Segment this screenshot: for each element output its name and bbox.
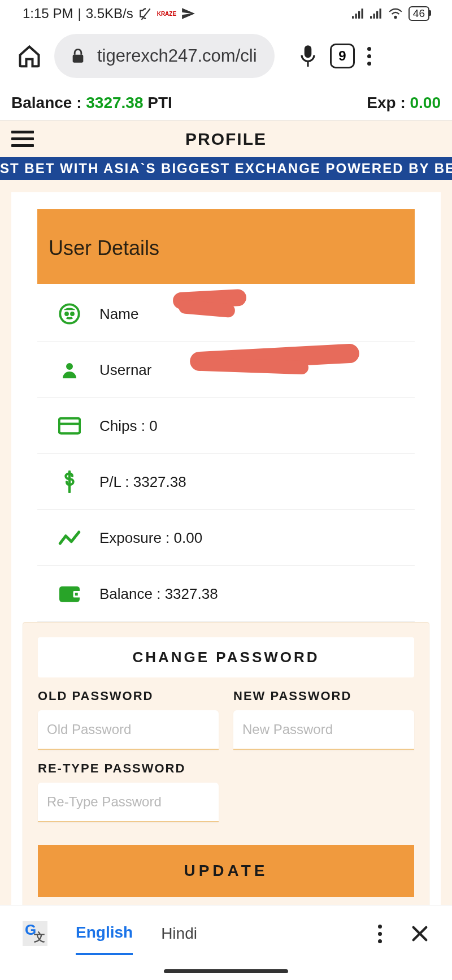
net-speed: 3.5KB/s [86, 6, 133, 21]
svg-rect-5 [370, 16, 372, 18]
page-title: PROFILE [0, 129, 452, 149]
status-left: 1:15 PM | 3.5KB/s KRAZE [23, 6, 195, 21]
status-bar: 1:15 PM | 3.5KB/s KRAZE 46 [0, 0, 452, 26]
trend-icon [56, 525, 82, 551]
svg-rect-22 [75, 593, 78, 595]
balance-text: Balance : 3327.38 [99, 585, 218, 603]
browser-bar: tigerexch247.com/cli 9 [0, 26, 452, 88]
banner-title: User Details [49, 236, 403, 260]
kraze-badge: KRAZE [157, 11, 176, 17]
send-icon [181, 6, 195, 21]
change-password-title: CHANGE PASSWORD [38, 637, 414, 677]
translate-menu-icon[interactable] [378, 925, 382, 943]
url-bar[interactable]: tigerexch247.com/cli [54, 34, 275, 78]
person-icon [56, 357, 82, 383]
svg-rect-2 [355, 14, 357, 19]
row-pl: P/L : 3327.38 [37, 454, 415, 510]
mute-icon [138, 6, 153, 21]
retype-password-label: RE-TYPE PASSWORD [38, 761, 219, 776]
svg-rect-11 [305, 45, 312, 58]
tab-count[interactable]: 9 [330, 44, 355, 68]
new-password-label: NEW PASSWORD [233, 689, 414, 703]
svg-point-16 [66, 363, 73, 370]
svg-rect-10 [73, 55, 84, 63]
row-name: Name [37, 286, 415, 342]
menu-icon[interactable] [11, 131, 34, 147]
svg-rect-4 [361, 8, 363, 19]
old-password-label: OLD PASSWORD [38, 689, 219, 703]
row-chips: Chips : 0 [37, 398, 415, 454]
language-english[interactable]: English [76, 923, 133, 955]
new-password-input[interactable] [233, 710, 414, 750]
user-details-banner: User Details [37, 209, 415, 284]
wallet-icon [56, 581, 82, 607]
chips-text: Chips : 0 [99, 417, 158, 435]
svg-point-14 [66, 313, 68, 315]
balance-value: 3327.38 [86, 94, 143, 111]
exp-value: 0.00 [410, 94, 441, 111]
svg-rect-8 [379, 8, 381, 19]
battery-icon: 46 [408, 6, 429, 21]
mic-icon[interactable] [298, 44, 318, 68]
update-button[interactable]: UPDATE [38, 845, 414, 897]
svg-rect-3 [358, 11, 360, 19]
balance-label: Balance : [11, 94, 82, 111]
svg-point-13 [60, 304, 79, 323]
signal-icon-1 [352, 8, 364, 19]
face-icon [56, 301, 82, 327]
wifi-icon [388, 8, 403, 19]
svg-rect-7 [376, 11, 378, 19]
dollar-icon [56, 469, 82, 495]
status-time: 1:15 PM [23, 6, 73, 21]
card-icon [56, 413, 82, 439]
svg-rect-1 [352, 16, 354, 18]
old-password-input[interactable] [38, 710, 219, 750]
nav-handle[interactable] [164, 969, 288, 973]
row-balance: Balance : 3327.38 [37, 566, 415, 622]
exposure-text: Exposure : 0.00 [99, 529, 202, 547]
retype-password-input[interactable] [38, 783, 219, 822]
signal-icon-2 [370, 8, 383, 19]
pl-text: P/L : 3327.38 [99, 473, 186, 491]
exp-label: Exp : [367, 94, 405, 111]
row-exposure: Exposure : 0.00 [37, 510, 415, 566]
close-icon[interactable] [410, 924, 429, 943]
svg-point-15 [71, 313, 73, 315]
language-hindi[interactable]: Hindi [161, 925, 197, 943]
balance-bar: Balance : 3327.38 PTI Exp : 0.00 [0, 88, 452, 120]
marquee-banner: ST BET WITH ASIA`S BIGGEST EXCHANGE POWE… [0, 157, 452, 180]
browser-menu-icon[interactable] [367, 47, 371, 66]
balance-unit: PTI [147, 94, 172, 111]
url-text: tigerexch247.com/cli [97, 46, 257, 66]
row-username: Usernar [37, 342, 415, 398]
svg-point-9 [394, 16, 396, 18]
main-content: User Details Name Usernar Chips : 0 [0, 180, 452, 920]
lock-icon [71, 48, 85, 64]
svg-rect-6 [373, 14, 375, 19]
username-label: Usernar [99, 361, 151, 379]
name-label: Name [99, 305, 138, 323]
svg-rect-17 [59, 418, 80, 434]
change-password-section: CHANGE PASSWORD OLD PASSWORD NEW PASSWOR… [23, 622, 429, 920]
home-icon[interactable] [17, 44, 42, 68]
user-details-card: User Details Name Usernar Chips : 0 [11, 192, 441, 920]
google-translate-icon[interactable]: G文 [23, 921, 47, 946]
profile-header: PROFILE [0, 120, 452, 157]
status-right: 46 [352, 6, 429, 21]
